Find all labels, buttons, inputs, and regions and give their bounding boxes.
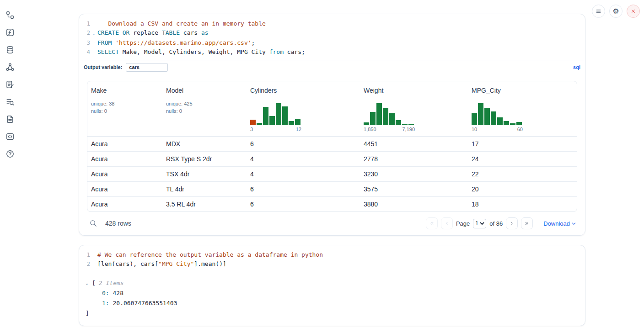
line-number: 2 [79,28,90,38]
download-button[interactable]: Download [543,220,576,227]
language-badge[interactable]: sql [573,64,580,70]
histogram-bar[interactable] [250,120,256,125]
histogram-bar[interactable] [484,108,490,125]
code-line[interactable]: 1# We can reference the output variable … [79,250,585,259]
histogram-bar[interactable] [497,117,503,125]
function-icon[interactable] [5,27,15,37]
histogram-bar[interactable] [257,123,262,125]
column-header-weight[interactable]: Weight 1,850 7,190 [360,81,468,136]
search-icon [89,219,97,227]
scratchpad-icon[interactable] [5,79,15,90]
output-variable-input[interactable] [126,63,168,72]
open-bracket: [ [92,278,96,288]
histogram-bar[interactable] [276,103,281,125]
histogram-bar[interactable] [408,124,414,125]
result-entries: 0: 4281: 20.060747663551403 [86,288,579,308]
snippets-icon[interactable] [5,132,15,142]
sql-code-editor[interactable]: 1-- Download a CSV and create an in-memo… [79,14,585,60]
histogram-bar[interactable] [504,121,509,125]
line-number: 1 [79,19,90,28]
column-label: Weight [364,87,464,94]
histogram-bar[interactable] [263,107,268,125]
shutdown-button[interactable] [627,5,640,18]
column-label: MPG_City [472,87,573,94]
histogram-bar[interactable] [289,121,294,125]
table-cell: MDX [162,137,247,151]
code-line[interactable]: 4SELECT Make, Model, Cylinders, Weight, … [79,48,585,57]
chevrons-right-icon [524,220,530,227]
gutter-spacer [90,259,97,269]
result-item-value: 428 [109,290,123,296]
table-cell: RSX Type S 2dr [162,152,247,166]
code-line[interactable]: 2⌄CREATE OR replace TABLE cars as [79,28,585,38]
chevron-down-icon [571,221,576,226]
histogram-bar[interactable] [295,119,301,125]
histogram-bar[interactable] [396,120,401,125]
table-cell: Acura [87,152,162,166]
table-cell: 3880 [360,197,468,211]
result-root: ⌄ [ 2 Items [86,278,579,288]
table-row[interactable]: Acura3.5 RL 4dr6388018 [87,196,577,211]
column-header-cylinders[interactable]: Cylinders 3 12 [247,81,360,136]
last-page-button[interactable] [521,217,533,229]
table-row[interactable]: AcuraTSX 4dr4323022 [87,166,577,181]
code-text: CREATE OR replace TABLE cars as [97,28,209,38]
histogram-bar[interactable] [402,124,408,125]
gear-icon: ⚙ [612,8,619,15]
documentation-icon[interactable] [5,114,15,124]
page-select[interactable]: 1 [473,219,486,228]
column-header-model[interactable]: Model unique: 425 nulls: 0 [162,81,247,136]
search-button[interactable] [88,218,99,229]
file-tree-icon[interactable] [5,10,15,20]
code-text: -- Download a CSV and create an in-memor… [97,19,266,28]
code-line[interactable]: 2[len(cars), cars["MPG_City"].mean()] [79,259,585,269]
histogram-bar[interactable] [376,103,382,125]
code-line[interactable]: 1-- Download a CSV and create an in-memo… [79,19,585,28]
chevron-down-icon[interactable]: ⌄ [86,278,92,288]
histogram-bar[interactable] [269,116,275,125]
histogram-bar[interactable] [516,122,522,125]
cylinders-histogram: 3 12 [250,102,301,132]
rows-count: 428 rows [105,220,131,227]
first-page-button[interactable] [426,217,438,229]
database-icon[interactable] [5,45,15,55]
weight-histogram: 1,850 7,190 [364,102,415,132]
table-header-row: Make unique: 38 nulls: 0 Model unique: 4… [87,81,577,137]
settings-button[interactable]: ⚙ [609,5,623,18]
table-row[interactable]: AcuraMDX6445117 [87,137,577,151]
histogram-bar[interactable] [389,113,395,125]
column-header-make[interactable]: Make unique: 38 nulls: 0 [87,81,162,136]
line-number: 3 [79,38,90,48]
logs-icon[interactable] [5,97,15,107]
histogram-bar[interactable] [370,112,376,125]
histogram-bar[interactable] [510,123,515,125]
histogram-bar[interactable] [491,111,496,125]
table-row[interactable]: AcuraTL 4dr6357520 [87,181,577,196]
table-cell: 3230 [360,167,468,181]
table-row[interactable]: AcuraRSX Type S 2dr4277824 [87,151,577,166]
axis-min-label: 10 [472,127,477,132]
help-icon[interactable] [5,149,15,159]
histogram-bar[interactable] [478,103,483,125]
table-footer: 428 rows Page 1 of 86 [87,212,577,229]
histogram-bar[interactable] [472,113,477,125]
histogram-bar[interactable] [383,108,388,125]
table-cell: 4 [247,167,360,181]
axis-max-label: 7,190 [402,127,415,132]
python-result-tree: ⌄ [ 2 Items 0: 4281: 20.060747663551403 … [79,272,585,326]
histogram-axis-labels: 3 12 [250,127,301,132]
column-header-mpg-city[interactable]: MPG_City 10 60 [468,81,577,136]
column-stats: unique: 425 nulls: 0 [166,100,243,115]
gutter-spacer [90,48,97,57]
histogram-bar[interactable] [364,122,369,125]
histogram-bar[interactable] [282,106,288,125]
fold-chevron-icon[interactable]: ⌄ [90,28,97,38]
next-page-button[interactable] [506,217,518,229]
menu-button[interactable] [592,5,605,18]
code-line[interactable]: 3FROM 'https://datasets.marimo.app/cars.… [79,38,585,48]
python-code-editor[interactable]: 1# We can reference the output variable … [79,245,585,272]
dependency-graph-icon[interactable] [5,62,15,72]
table-body: AcuraMDX6445117AcuraRSX Type S 2dr427782… [87,137,577,211]
sql-cell: 1-- Download a CSV and create an in-memo… [79,14,585,236]
previous-page-button[interactable] [441,217,453,229]
